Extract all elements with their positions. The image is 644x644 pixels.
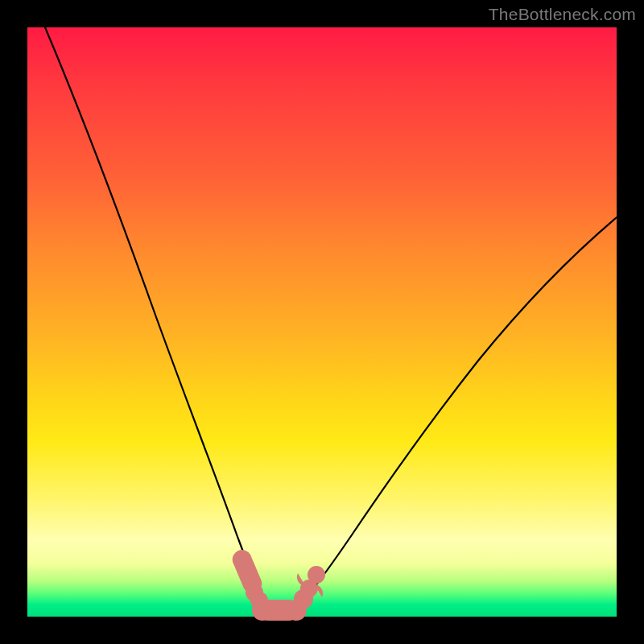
marker-trough-left-cap xyxy=(252,600,273,621)
chart-frame: TheBottleneck.com xyxy=(0,0,644,644)
curve-left xyxy=(45,27,266,605)
marker-dot-right-2b xyxy=(308,566,325,584)
curve-right xyxy=(298,217,617,606)
bottleneck-curve-svg xyxy=(27,27,617,617)
watermark-text: TheBottleneck.com xyxy=(489,5,636,24)
plot-area xyxy=(27,27,617,617)
